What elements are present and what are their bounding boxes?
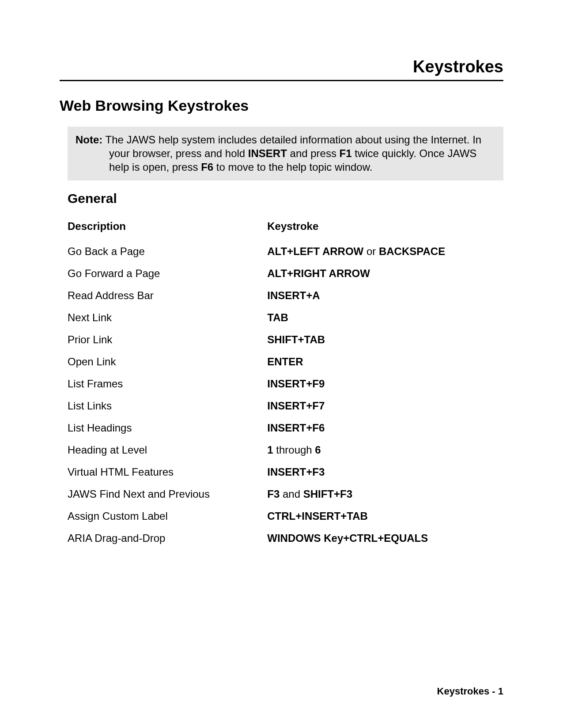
description-cell: Read Address Bar: [68, 285, 267, 307]
keystroke-secondary: BACKSPACE: [379, 245, 445, 257]
note-key-f1: F1: [340, 147, 352, 159]
table-row: Read Address BarINSERT+A: [68, 285, 511, 307]
keystroke-primary: F3: [267, 488, 280, 500]
keystroke-primary: INSERT+A: [267, 289, 320, 301]
table-row: Open LinkENTER: [68, 351, 511, 373]
table-row: Go Forward a PageALT+RIGHT ARROW: [68, 263, 511, 285]
description-cell: Open Link: [68, 351, 267, 373]
page-title: Keystrokes: [60, 57, 503, 81]
note-box: Note: The JAWS help system includes deta…: [68, 127, 503, 180]
keystroke-cell: ENTER: [267, 351, 511, 373]
table-row: List FramesINSERT+F9: [68, 373, 511, 395]
description-cell: List Links: [68, 395, 267, 417]
keystroke-connector: through: [273, 444, 315, 456]
description-cell: List Frames: [68, 373, 267, 395]
keystroke-connector: or: [363, 245, 379, 257]
note-label: Note:: [76, 134, 102, 146]
keystroke-cell: CTRL+INSERT+TAB: [267, 505, 511, 527]
footer-page-number: 1: [498, 686, 503, 697]
description-cell: Go Back a Page: [68, 240, 267, 263]
table-row: List HeadingsINSERT+F6: [68, 417, 511, 439]
keystroke-primary: 1: [267, 444, 273, 456]
keystroke-primary: ENTER: [267, 356, 303, 368]
description-cell: Assign Custom Label: [68, 505, 267, 527]
keystroke-cell: INSERT+F7: [267, 395, 511, 417]
keystroke-primary: ALT+LEFT ARROW: [267, 245, 363, 257]
table-row: List LinksINSERT+F7: [68, 395, 511, 417]
keystroke-primary: TAB: [267, 311, 288, 323]
keystroke-cell: INSERT+A: [267, 285, 511, 307]
keystroke-cell: INSERT+F9: [267, 373, 511, 395]
description-cell: List Headings: [68, 417, 267, 439]
description-cell: ARIA Drag-and-Drop: [68, 527, 267, 549]
keystrokes-table: Description Keystroke Go Back a PageALT+…: [68, 217, 511, 549]
keystroke-primary: INSERT+F3: [267, 466, 325, 478]
table-row: Heading at Level1 through 6: [68, 439, 511, 461]
column-header-keystroke: Keystroke: [267, 217, 511, 240]
keystroke-cell: TAB: [267, 307, 511, 329]
keystroke-primary: ALT+RIGHT ARROW: [267, 267, 370, 279]
table-row: Assign Custom LabelCTRL+INSERT+TAB: [68, 505, 511, 527]
keystroke-cell: F3 and SHIFT+F3: [267, 483, 511, 505]
keystroke-primary: CTRL+INSERT+TAB: [267, 510, 368, 522]
table-row: Prior LinkSHIFT+TAB: [68, 329, 511, 351]
page-footer: Keystrokes - 1: [437, 686, 503, 697]
keystroke-cell: ALT+RIGHT ARROW: [267, 263, 511, 285]
table-row: Next LinkTAB: [68, 307, 511, 329]
description-cell: JAWS Find Next and Previous: [68, 483, 267, 505]
table-row: ARIA Drag-and-DropWINDOWS Key+CTRL+EQUAL…: [68, 527, 511, 549]
keystroke-cell: SHIFT+TAB: [267, 329, 511, 351]
footer-label: Keystrokes -: [437, 686, 498, 697]
keystroke-connector: and: [280, 488, 303, 500]
keystroke-cell: INSERT+F6: [267, 417, 511, 439]
note-text-2: and press: [287, 147, 340, 159]
keystroke-primary: INSERT+F7: [267, 400, 325, 412]
section-title: Web Browsing Keystrokes: [60, 97, 503, 114]
keystroke-secondary: 6: [315, 444, 321, 456]
table-row: Virtual HTML FeaturesINSERT+F3: [68, 461, 511, 483]
keystroke-primary: INSERT+F6: [267, 422, 325, 434]
keystroke-primary: INSERT+F9: [267, 378, 325, 390]
keystroke-primary: SHIFT+TAB: [267, 334, 325, 345]
table-row: Go Back a PageALT+LEFT ARROW or BACKSPAC…: [68, 240, 511, 263]
description-cell: Heading at Level: [68, 439, 267, 461]
note-text-4: to move to the help topic window.: [213, 161, 372, 173]
keystroke-cell: WINDOWS Key+CTRL+EQUALS: [267, 527, 511, 549]
table-row: JAWS Find Next and PreviousF3 and SHIFT+…: [68, 483, 511, 505]
keystroke-cell: ALT+LEFT ARROW or BACKSPACE: [267, 240, 511, 263]
keystroke-primary: WINDOWS Key+CTRL+EQUALS: [267, 532, 428, 544]
description-cell: Go Forward a Page: [68, 263, 267, 285]
note-key-insert: INSERT: [248, 147, 287, 159]
subsection-title: General: [68, 191, 503, 206]
keystroke-cell: INSERT+F3: [267, 461, 511, 483]
description-cell: Next Link: [68, 307, 267, 329]
note-key-f6: F6: [201, 161, 213, 173]
column-header-description: Description: [68, 217, 267, 240]
keystroke-secondary: SHIFT+F3: [303, 488, 352, 500]
description-cell: Virtual HTML Features: [68, 461, 267, 483]
description-cell: Prior Link: [68, 329, 267, 351]
keystroke-cell: 1 through 6: [267, 439, 511, 461]
